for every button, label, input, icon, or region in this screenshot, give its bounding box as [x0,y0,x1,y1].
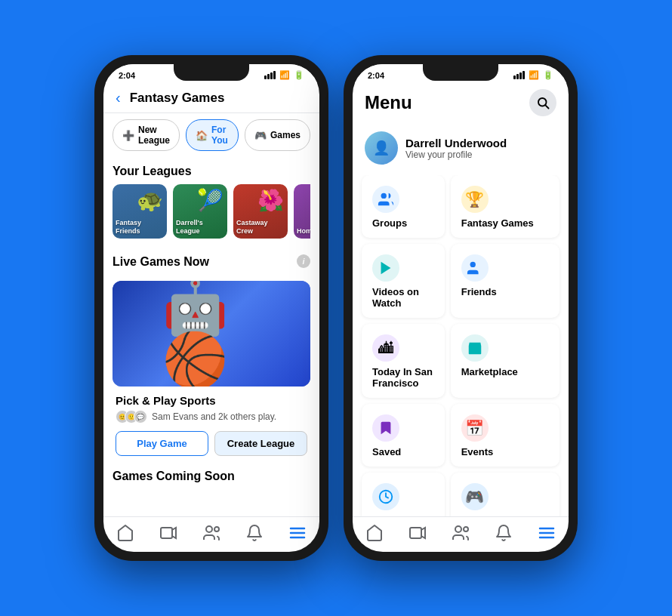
menu-item-memories[interactable]: Memories [362,473,445,516]
league-label-4: Home Fans [297,227,310,236]
search-button[interactable] [529,89,556,116]
fantasy-games-icon: 🏆 [461,186,489,213]
nav-home-2[interactable] [365,523,384,543]
videos-label: Videos on Watch [372,286,434,309]
menu-title: Menu [365,92,412,113]
game-meta: 😊 🙂 💬 Sam Evans and 2k others play. [116,410,307,424]
saved-icon [372,414,399,442]
create-league-button[interactable]: Create League [214,431,307,456]
phone-1-screen: 2:04 📶 🔋 ‹ Fantasy Games [103,64,319,552]
league-card-home[interactable]: 🏆 Home Fans [294,184,310,239]
nav-video[interactable] [159,523,178,543]
events-icon: 📅 [461,414,489,442]
app-header: ‹ Fantasy Games [103,83,319,113]
avatar-emoji: 👤 [373,140,390,156]
svg-point-3 [214,527,219,531]
bottom-nav-1 [103,516,319,552]
game-meta-text: Sam Evans and 2k others play. [152,411,276,422]
svg-marker-10 [381,262,391,275]
today-icon: 🏙 [372,334,399,362]
league-row: 🐢 Fantasy Friends 🎾 Darrell's League 🌺 [113,184,310,239]
league-art-3: 🌺 [257,188,284,213]
menu-item-marketplace[interactable]: Marketplace [451,324,559,398]
league-card-fantasy[interactable]: 🐢 Fantasy Friends [113,184,167,239]
svg-line-8 [545,105,548,108]
events-label: Events [461,446,549,457]
phone-2: 2:04 📶 🔋 Menu [344,55,578,561]
info-icon[interactable]: i [297,254,310,268]
game-image: 🤖🏀 [113,281,310,387]
groups-label: Groups [372,217,434,229]
notch-2 [423,64,498,81]
svg-rect-14 [473,348,477,353]
nav-home[interactable] [116,523,135,543]
fantasy-games-label: Fantasy Games [461,217,549,229]
nav-people-2[interactable] [451,523,470,543]
league-card-darrells[interactable]: 🎾 Darrell's League [173,184,227,239]
menu-item-videos[interactable]: Videos on Watch [362,244,445,318]
live-games-title: Live Games Now [113,255,209,269]
nav-menu-2[interactable] [537,523,556,543]
svg-marker-17 [421,528,425,538]
nav-bell-2[interactable] [494,523,513,543]
tab-new-league[interactable]: ➕ New League [113,119,180,151]
svg-rect-16 [410,528,421,538]
notch-1 [174,64,249,81]
friends-label: Friends [461,286,549,297]
avatar-3: 💬 [134,410,147,424]
game-title: Pick & Play Sports [116,394,307,407]
battery-icon: 🔋 [294,70,304,80]
play-game-button[interactable]: Play Game [116,431,208,456]
nav-menu[interactable] [288,523,307,543]
menu-item-saved[interactable]: Saved [362,404,445,467]
menu-item-fantasy[interactable]: 🏆 Fantasy Games [451,175,559,238]
svg-point-18 [455,526,461,532]
league-card-castaway[interactable]: 🌺 Castaway Crew [233,184,288,239]
menu-item-events[interactable]: 📅 Events [451,404,559,467]
phone-1: 2:04 📶 🔋 ‹ Fantasy Games [94,55,328,561]
svg-point-9 [381,193,387,199]
bottom-nav-2 [353,516,569,552]
league-art-1: 🐢 [137,188,163,213]
games-coming-title: Games Coming Soon [113,470,310,483]
user-profile-row[interactable]: 👤 Darrell Underwood View your profile [353,125,569,175]
menu-grid: Groups 🏆 Fantasy Games Video [362,175,559,516]
page-title: Fantasy Games [130,91,225,106]
menu-scroll: Groups 🏆 Fantasy Games Video [353,175,569,516]
tab-games[interactable]: 🎮 Games [245,119,310,151]
status-time-1: 2:04 [119,71,135,80]
menu-item-games[interactable]: 🎮 Games [451,473,559,516]
status-icons-2: 📶 🔋 [513,70,553,80]
back-button[interactable]: ‹ [116,89,121,106]
user-name: Darrell Underwood [405,137,507,149]
game-actions: Play Game Create League [116,431,307,456]
menu-item-groups[interactable]: Groups [362,175,445,238]
scroll-area-1: Your Leagues 🐢 Fantasy Friends 🎾 Darrell… [103,157,319,516]
avatar: 👤 [365,131,398,165]
live-games-header: Live Games Now i [113,248,310,275]
nav-people[interactable] [202,523,221,543]
svg-point-2 [206,526,212,532]
tab-games-label: Games [270,130,301,140]
nav-video-2[interactable] [408,523,427,543]
svg-marker-1 [172,528,176,538]
svg-point-11 [470,262,475,267]
status-icons-1: 📶 🔋 [264,70,304,80]
user-info: Darrell Underwood View your profile [405,137,507,160]
battery-icon-2: 🔋 [543,70,553,80]
saved-label: Saved [372,446,434,457]
menu-item-today[interactable]: 🏙 Today In San Francisco [362,324,445,398]
tab-new-league-label: New League [138,125,170,146]
marketplace-label: Marketplace [461,366,549,377]
tab-for-you[interactable]: 🏠 For You [186,119,239,151]
friends-icon [461,254,489,282]
status-time-2: 2:04 [368,71,384,80]
groups-icon [372,186,399,213]
menu-item-friends[interactable]: Friends [451,244,559,318]
nav-bell[interactable] [245,523,264,543]
user-subtitle: View your profile [405,149,507,160]
signal-icon [264,71,276,79]
svg-rect-0 [161,528,172,538]
games-icon: 🎮 [461,483,489,510]
game-info: Pick & Play Sports 😊 🙂 💬 Sam Evans and 2… [113,394,310,464]
